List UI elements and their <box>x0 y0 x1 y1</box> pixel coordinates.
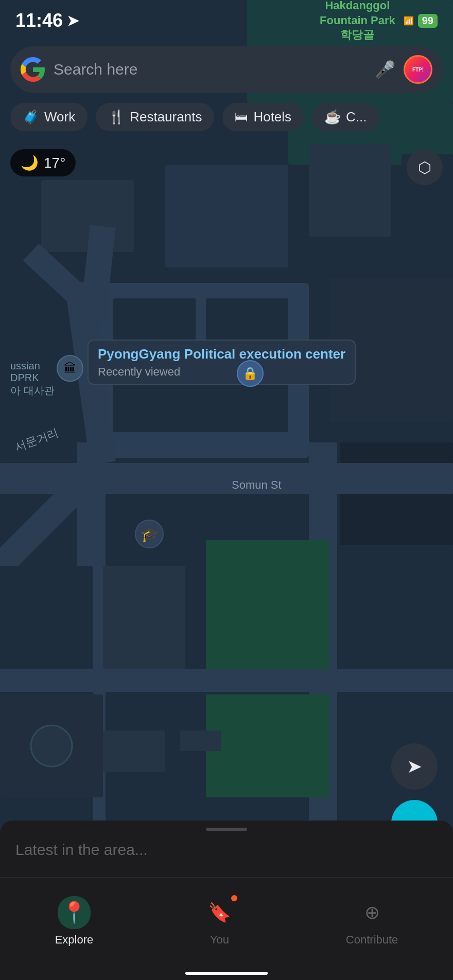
hotels-icon: 🛏 <box>235 109 248 125</box>
school-icon-marker: 🎓 <box>135 520 164 548</box>
security-icon-marker: 🔒 <box>237 360 264 387</box>
plus-circle-icon: ⊕ <box>364 902 380 923</box>
quick-filters: 🧳 Work 🍴 Restaurants 🛏 Hotels ☕ C... <box>10 103 443 131</box>
microphone-icon[interactable]: 🎤 <box>375 59 395 80</box>
cafe-icon: ☕ <box>324 109 341 125</box>
location-arrow-icon: ➤ <box>407 756 422 777</box>
svg-line-17 <box>93 226 103 319</box>
explore-label: Explore <box>55 933 94 947</box>
location-label: HakdanggolFountain Park학당골 <box>320 0 395 43</box>
my-location-button[interactable]: ➤ <box>391 743 438 790</box>
building-icon: 🏛 <box>57 355 83 382</box>
svg-rect-27 <box>103 730 165 772</box>
layers-icon: ⬡ <box>418 158 431 176</box>
filter-work-label: Work <box>44 109 75 125</box>
embassy-label: ussianDPRK아 대사관 <box>10 360 55 398</box>
street-label-somun: Somun St <box>232 478 282 492</box>
poi-label[interactable]: PyongGyang Political execution center Re… <box>88 340 356 385</box>
bookmark-icon: 🔖 <box>208 902 231 923</box>
google-logo <box>21 57 45 82</box>
svg-rect-3 <box>41 180 134 252</box>
status-time: 11:46 ➤ <box>15 10 79 31</box>
svg-rect-25 <box>0 669 453 692</box>
nav-contribute[interactable]: ⊕ Contribute <box>346 896 398 947</box>
nav-you[interactable]: 🔖 You <box>203 896 236 947</box>
time-display: 11:46 <box>15 10 63 31</box>
svg-rect-28 <box>180 730 221 751</box>
contribute-label: Contribute <box>346 933 398 947</box>
filter-restaurants-label: Restaurants <box>130 109 202 125</box>
filter-cafe-label: C... <box>346 109 367 125</box>
svg-rect-4 <box>165 165 288 268</box>
you-label: You <box>210 933 229 947</box>
poi-bubble: PyongGyang Political execution center Re… <box>88 340 356 385</box>
filter-hotels[interactable]: 🛏 Hotels <box>222 103 304 131</box>
svg-point-26 <box>31 725 72 767</box>
contribute-icon-container: ⊕ <box>356 896 389 929</box>
status-right: HakdanggolFountain Park학당골 📶 99 <box>320 0 438 43</box>
explore-pin-icon: 📍 <box>61 900 87 924</box>
moon-icon: 🌙 <box>21 154 39 171</box>
search-bar[interactable]: Search here 🎤 FTP! <box>10 46 443 93</box>
restaurants-icon: 🍴 <box>108 109 125 125</box>
filter-work[interactable]: 🧳 Work <box>10 103 88 131</box>
poi-status: Recently viewed <box>98 365 180 379</box>
location-arrow-icon: ➤ <box>67 12 79 29</box>
wifi-icon: 📶 <box>404 16 414 26</box>
filter-restaurants[interactable]: 🍴 Restaurants <box>96 103 214 131</box>
bottom-navigation: 📍 Explore 🔖 You ⊕ Contribute <box>0 877 453 980</box>
status-bar: 11:46 ➤ HakdanggolFountain Park학당골 📶 99 <box>0 0 453 41</box>
poi-title: PyongGyang Political execution center <box>98 346 345 363</box>
nav-explore[interactable]: 📍 Explore <box>55 896 94 947</box>
svg-rect-5 <box>309 144 391 237</box>
battery-badge: 99 <box>418 14 438 28</box>
bottom-sheet-title: Latest in the area... <box>0 831 453 864</box>
wifi-battery: 📶 99 <box>404 14 438 28</box>
search-placeholder: Search here <box>54 61 367 78</box>
filter-cafe[interactable]: ☕ C... <box>312 103 379 131</box>
temperature: 17° <box>44 155 65 171</box>
weather-badge: 🌙 17° <box>10 149 76 176</box>
notification-dot <box>231 895 237 901</box>
user-avatar[interactable]: FTP! <box>404 55 432 84</box>
svg-rect-22 <box>206 694 329 797</box>
svg-rect-21 <box>206 540 329 684</box>
filter-hotels-label: Hotels <box>253 109 291 125</box>
layer-button[interactable]: ⬡ <box>407 149 443 185</box>
you-icon-container: 🔖 <box>203 896 236 929</box>
work-icon: 🧳 <box>23 109 39 125</box>
explore-icon-container: 📍 <box>58 896 91 929</box>
home-indicator <box>185 972 268 975</box>
svg-rect-23 <box>103 566 185 669</box>
